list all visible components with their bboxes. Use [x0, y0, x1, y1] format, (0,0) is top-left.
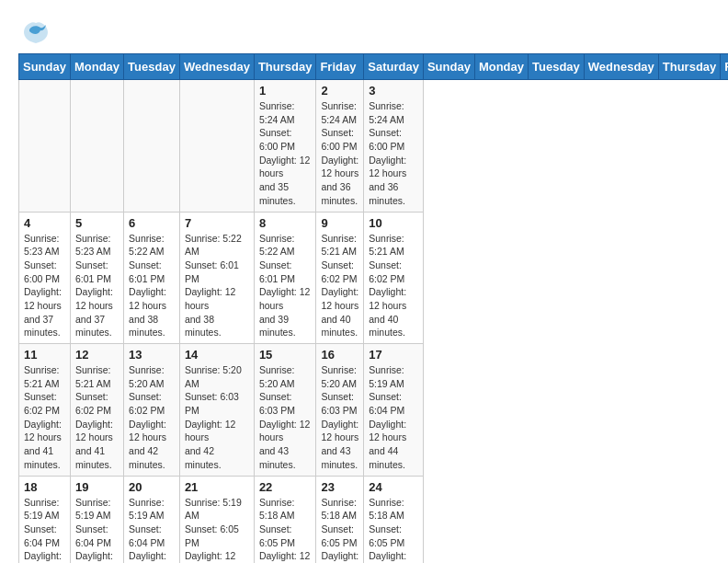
day-detail: Sunrise: 5:19 AM Sunset: 6:04 PM Dayligh…: [24, 496, 65, 564]
day-detail: Sunrise: 5:19 AM Sunset: 6:04 PM Dayligh…: [129, 496, 175, 564]
day-number: 5: [75, 216, 119, 230]
calendar-cell: 17Sunrise: 5:19 AM Sunset: 6:04 PM Dayli…: [364, 344, 424, 477]
calendar-cell: 14Sunrise: 5:20 AM Sunset: 6:03 PM Dayli…: [179, 344, 254, 477]
day-number: 9: [321, 216, 358, 230]
day-detail: Sunrise: 5:24 AM Sunset: 6:00 PM Dayligh…: [369, 99, 418, 208]
page-header: [18, 18, 710, 44]
day-detail: Sunrise: 5:20 AM Sunset: 6:03 PM Dayligh…: [259, 363, 312, 472]
day-number: 13: [129, 348, 175, 362]
calendar-cell: 13Sunrise: 5:20 AM Sunset: 6:02 PM Dayli…: [124, 344, 180, 477]
day-number: 2: [321, 84, 358, 98]
day-detail: Sunrise: 5:20 AM Sunset: 6:03 PM Dayligh…: [185, 363, 249, 472]
day-detail: Sunrise: 5:23 AM Sunset: 6:01 PM Dayligh…: [75, 232, 119, 340]
calendar-cell: 20Sunrise: 5:19 AM Sunset: 6:04 PM Dayli…: [124, 476, 180, 563]
calendar-week-row: 4Sunrise: 5:23 AM Sunset: 6:00 PM Daylig…: [19, 212, 729, 344]
day-detail: Sunrise: 5:20 AM Sunset: 6:02 PM Dayligh…: [129, 363, 175, 472]
logo-bird-icon: [22, 18, 48, 44]
day-detail: Sunrise: 5:23 AM Sunset: 6:00 PM Dayligh…: [24, 232, 65, 340]
day-number: 20: [129, 480, 175, 494]
day-detail: Sunrise: 5:18 AM Sunset: 6:05 PM Dayligh…: [321, 496, 358, 564]
calendar-week-row: 1Sunrise: 5:24 AM Sunset: 6:00 PM Daylig…: [19, 80, 729, 213]
day-of-week-friday: Friday: [316, 54, 364, 80]
calendar-cell: [124, 80, 180, 213]
day-number: 3: [369, 84, 418, 98]
day-number: 16: [321, 348, 358, 362]
day-number: 4: [24, 216, 65, 230]
day-detail: Sunrise: 5:19 AM Sunset: 6:04 PM Dayligh…: [75, 496, 119, 564]
calendar-header-row: SundayMondayTuesdayWednesdayThursdayFrid…: [19, 54, 729, 80]
calendar-cell: 2Sunrise: 5:24 AM Sunset: 6:00 PM Daylig…: [316, 80, 364, 213]
day-detail: Sunrise: 5:18 AM Sunset: 6:05 PM Dayligh…: [369, 496, 418, 564]
day-number: 17: [369, 348, 418, 362]
day-number: 22: [259, 480, 312, 494]
day-number: 23: [321, 480, 358, 494]
day-number: 8: [259, 216, 312, 230]
calendar-cell: 12Sunrise: 5:21 AM Sunset: 6:02 PM Dayli…: [70, 344, 123, 477]
day-number: 12: [75, 348, 119, 362]
calendar-cell: 24Sunrise: 5:18 AM Sunset: 6:05 PM Dayli…: [364, 476, 424, 563]
day-number: 14: [185, 348, 249, 362]
calendar-cell: [179, 80, 254, 213]
calendar-cell: 7Sunrise: 5:22 AM Sunset: 6:01 PM Daylig…: [179, 212, 254, 344]
day-detail: Sunrise: 5:22 AM Sunset: 6:01 PM Dayligh…: [259, 232, 312, 340]
calendar-cell: 22Sunrise: 5:18 AM Sunset: 6:05 PM Dayli…: [254, 476, 316, 563]
calendar-week-row: 18Sunrise: 5:19 AM Sunset: 6:04 PM Dayli…: [19, 476, 729, 563]
day-number: 15: [259, 348, 312, 362]
day-number: 7: [185, 216, 249, 230]
calendar-week-row: 11Sunrise: 5:21 AM Sunset: 6:02 PM Dayli…: [19, 344, 729, 477]
calendar-cell: 1Sunrise: 5:24 AM Sunset: 6:00 PM Daylig…: [254, 80, 316, 213]
calendar-cell: 5Sunrise: 5:23 AM Sunset: 6:01 PM Daylig…: [70, 212, 123, 344]
day-header-monday: Monday: [474, 54, 528, 80]
calendar-cell: 8Sunrise: 5:22 AM Sunset: 6:01 PM Daylig…: [254, 212, 316, 344]
day-number: 1: [259, 84, 312, 98]
calendar-cell: 11Sunrise: 5:21 AM Sunset: 6:02 PM Dayli…: [19, 344, 71, 477]
day-detail: Sunrise: 5:21 AM Sunset: 6:02 PM Dayligh…: [321, 232, 358, 340]
day-number: 21: [185, 480, 249, 494]
day-header-tuesday: Tuesday: [529, 54, 585, 80]
day-detail: Sunrise: 5:21 AM Sunset: 6:02 PM Dayligh…: [24, 363, 65, 472]
day-detail: Sunrise: 5:21 AM Sunset: 6:02 PM Dayligh…: [75, 363, 119, 472]
day-number: 10: [369, 216, 418, 230]
day-detail: Sunrise: 5:18 AM Sunset: 6:05 PM Dayligh…: [259, 496, 312, 564]
day-number: 24: [369, 480, 418, 494]
day-of-week-monday: Monday: [70, 54, 123, 80]
day-detail: Sunrise: 5:21 AM Sunset: 6:02 PM Dayligh…: [369, 232, 418, 340]
calendar-cell: 4Sunrise: 5:23 AM Sunset: 6:00 PM Daylig…: [19, 212, 71, 344]
calendar-cell: 21Sunrise: 5:19 AM Sunset: 6:05 PM Dayli…: [179, 476, 254, 563]
calendar-cell: 19Sunrise: 5:19 AM Sunset: 6:04 PM Dayli…: [70, 476, 123, 563]
day-detail: Sunrise: 5:19 AM Sunset: 6:05 PM Dayligh…: [185, 496, 249, 564]
calendar-cell: 16Sunrise: 5:20 AM Sunset: 6:03 PM Dayli…: [316, 344, 364, 477]
day-number: 6: [129, 216, 175, 230]
day-detail: Sunrise: 5:22 AM Sunset: 6:01 PM Dayligh…: [185, 232, 249, 340]
calendar-table: SundayMondayTuesdayWednesdayThursdayFrid…: [18, 53, 728, 563]
day-header-thursday: Thursday: [658, 54, 721, 80]
day-detail: Sunrise: 5:24 AM Sunset: 6:00 PM Dayligh…: [321, 99, 358, 208]
calendar-cell: [70, 80, 123, 213]
day-of-week-saturday: Saturday: [364, 54, 424, 80]
calendar-cell: 9Sunrise: 5:21 AM Sunset: 6:02 PM Daylig…: [316, 212, 364, 344]
calendar-cell: 6Sunrise: 5:22 AM Sunset: 6:01 PM Daylig…: [124, 212, 180, 344]
day-header-friday: Friday: [721, 54, 728, 80]
day-header-sunday: Sunday: [423, 54, 474, 80]
day-of-week-wednesday: Wednesday: [179, 54, 254, 80]
day-number: 11: [24, 348, 65, 362]
day-detail: Sunrise: 5:24 AM Sunset: 6:00 PM Dayligh…: [259, 99, 312, 208]
day-of-week-thursday: Thursday: [254, 54, 316, 80]
day-number: 18: [24, 480, 65, 494]
calendar-cell: 3Sunrise: 5:24 AM Sunset: 6:00 PM Daylig…: [364, 80, 424, 213]
day-of-week-tuesday: Tuesday: [124, 54, 180, 80]
day-detail: Sunrise: 5:19 AM Sunset: 6:04 PM Dayligh…: [369, 363, 418, 472]
day-of-week-sunday: Sunday: [19, 54, 71, 80]
calendar-cell: 10Sunrise: 5:21 AM Sunset: 6:02 PM Dayli…: [364, 212, 424, 344]
day-number: 19: [75, 480, 119, 494]
calendar-cell: [19, 80, 71, 213]
day-detail: Sunrise: 5:20 AM Sunset: 6:03 PM Dayligh…: [321, 363, 358, 472]
day-header-wednesday: Wednesday: [584, 54, 658, 80]
calendar-cell: 23Sunrise: 5:18 AM Sunset: 6:05 PM Dayli…: [316, 476, 364, 563]
day-detail: Sunrise: 5:22 AM Sunset: 6:01 PM Dayligh…: [129, 232, 175, 340]
calendar-cell: 15Sunrise: 5:20 AM Sunset: 6:03 PM Dayli…: [254, 344, 316, 477]
calendar-cell: 18Sunrise: 5:19 AM Sunset: 6:04 PM Dayli…: [19, 476, 71, 563]
logo: [18, 18, 48, 44]
